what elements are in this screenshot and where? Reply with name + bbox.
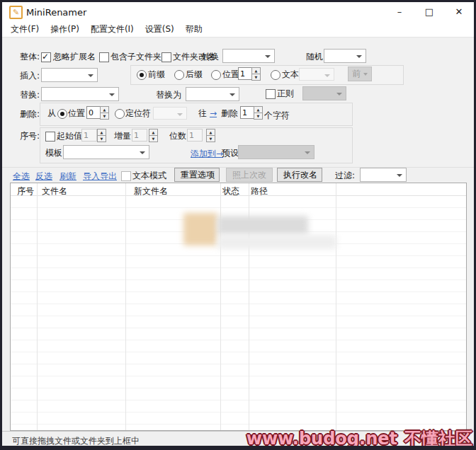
spin-down-icon[interactable]: ▼ xyxy=(254,112,263,120)
delete-position-input[interactable] xyxy=(86,106,101,119)
text-radio[interactable] xyxy=(271,70,280,80)
spin-down-icon[interactable]: ▼ xyxy=(149,135,158,142)
close-button[interactable]: ✕ xyxy=(444,2,474,21)
spin-down-icon[interactable]: ▼ xyxy=(206,135,215,142)
front-back-button: 前 xyxy=(348,67,372,81)
anchor-select xyxy=(153,107,187,120)
reset-options-button[interactable]: 重置选项 xyxy=(174,168,220,182)
menu-help[interactable]: 帮助 xyxy=(180,21,208,38)
convert-label: 转换 xyxy=(202,52,219,62)
execute-rename-button[interactable]: 执行改名 xyxy=(277,168,322,182)
direction-arrow-link[interactable]: → xyxy=(210,108,217,118)
spin-down-icon[interactable]: ▼ xyxy=(100,112,109,120)
delete-count-spinner[interactable]: ▲▼ xyxy=(254,106,263,119)
regex-checkbox[interactable] xyxy=(266,89,276,99)
front-back-label: 前 xyxy=(353,69,361,79)
spin-down-icon[interactable]: ▼ xyxy=(251,74,261,81)
position-label: 位置 xyxy=(222,69,239,79)
chevron-down-icon xyxy=(336,93,342,96)
table-header: 序号 文件名 新文件名 状态 路径 xyxy=(11,183,466,196)
chevron-down-icon xyxy=(363,73,368,76)
template-select[interactable] xyxy=(63,145,149,159)
replace-label: 替换: xyxy=(20,90,40,100)
chevron-down-icon xyxy=(177,113,183,116)
column-divider xyxy=(125,183,126,430)
suffix-label: 后缀 xyxy=(186,69,203,79)
delete-count-input[interactable] xyxy=(240,106,254,119)
window-content: ✎ MiniRenamer – □ ✕ 文件(F) 操作(P) 配置文件(I) … xyxy=(2,2,474,446)
regex-preset-select xyxy=(302,86,346,100)
filter-select[interactable] xyxy=(360,168,407,182)
random-select[interactable] xyxy=(324,49,366,63)
serial-digits-input[interactable] xyxy=(187,129,203,142)
delete-label: 删除: xyxy=(20,109,40,119)
minirenamer-window: ✎ MiniRenamer – □ ✕ 文件(F) 操作(P) 配置文件(I) … xyxy=(0,0,476,450)
chevron-down-icon xyxy=(397,174,402,177)
chevron-down-icon xyxy=(230,93,235,96)
chevron-down-icon xyxy=(356,55,362,58)
import-export-link[interactable]: 导入导出 xyxy=(83,171,117,183)
censored-watermark-logo xyxy=(183,213,217,246)
chevron-down-icon xyxy=(265,55,271,58)
censored-watermark-text xyxy=(217,216,308,235)
menu-settings[interactable]: 设置(S) xyxy=(140,21,180,38)
delete-count-label: 删除 xyxy=(221,108,238,118)
text-source-select xyxy=(299,68,334,81)
maximize-button[interactable]: □ xyxy=(414,2,444,21)
preset-select xyxy=(238,145,314,159)
include-subfolders-checkbox[interactable] xyxy=(99,52,109,62)
select-all-link[interactable]: 全选 xyxy=(13,171,30,183)
add-to-preset-link[interactable]: 添加到→ xyxy=(191,148,223,160)
file-table[interactable]: 序号 文件名 新文件名 状态 路径 xyxy=(10,183,467,431)
text-mode-label: 文本模式 xyxy=(132,171,166,180)
random-label: 随机 xyxy=(306,52,323,62)
ignore-extension-label: 忽略扩展名 xyxy=(53,52,96,62)
replace-search-select[interactable] xyxy=(41,87,119,101)
serial-increment-label: 增量 xyxy=(114,131,131,141)
ignore-extension-checkbox[interactable]: ✓ xyxy=(41,52,51,62)
serial-start-input[interactable] xyxy=(81,129,97,142)
anchor-radio[interactable] xyxy=(115,109,125,119)
menu-profile[interactable]: 配置文件(I) xyxy=(85,21,140,38)
prefix-radio[interactable] xyxy=(137,70,147,80)
position-radio[interactable] xyxy=(211,70,221,80)
preset-label: 预设 xyxy=(222,148,239,158)
delete-position-label: 位置 xyxy=(68,108,85,118)
insert-label: 插入: xyxy=(20,71,40,81)
site-watermark: www.budog.net不懂社区 xyxy=(246,427,472,446)
include-subfolders-label: 包含子文件夹 xyxy=(110,52,162,62)
serial-increment-input[interactable] xyxy=(132,129,147,142)
serial-start-spinner[interactable]: ▲▼ xyxy=(97,129,106,142)
toward-label: 往 xyxy=(198,108,207,118)
prefix-label: 前缀 xyxy=(148,69,165,79)
insert-position-input[interactable] xyxy=(238,67,252,80)
refresh-link[interactable]: 刷新 xyxy=(60,171,76,183)
insert-position-spinner[interactable]: ▲▼ xyxy=(251,67,261,80)
convert-select[interactable] xyxy=(222,49,275,63)
insert-text-select[interactable] xyxy=(41,68,98,82)
censored-watermark-text xyxy=(217,235,336,249)
filter-label: 过滤: xyxy=(335,171,355,180)
serial-increment-spinner[interactable]: ▲▼ xyxy=(149,129,158,142)
check-icon: ✓ xyxy=(42,52,49,62)
replace-with-select[interactable] xyxy=(186,87,239,101)
pencil-icon: ✎ xyxy=(9,6,23,19)
app-title: MiniRenamer xyxy=(26,7,86,18)
minimize-button[interactable]: – xyxy=(385,2,414,21)
suffix-radio[interactable] xyxy=(174,70,184,80)
delete-position-spinner[interactable]: ▲▼ xyxy=(100,106,109,119)
menu-operate[interactable]: 操作(P) xyxy=(45,21,85,38)
text-mode-checkbox[interactable] xyxy=(121,171,131,181)
drag-drop-hint: 可直接拖拽文件或文件夹到上框中 xyxy=(12,435,140,446)
invert-selection-link[interactable]: 反选 xyxy=(35,171,52,183)
column-divider xyxy=(336,183,336,430)
serial-digits-label: 位数 xyxy=(169,131,186,141)
delete-position-radio[interactable] xyxy=(57,109,67,119)
watermark-url: www.budog.net xyxy=(246,429,397,446)
rename-folders-checkbox[interactable] xyxy=(162,52,171,62)
spin-down-icon[interactable]: ▼ xyxy=(97,135,106,142)
menu-file[interactable]: 文件(F) xyxy=(5,21,45,38)
serial-start-checkbox[interactable] xyxy=(45,132,55,142)
titlebar: ✎ MiniRenamer – □ ✕ xyxy=(2,2,474,21)
serial-digits-spinner[interactable]: ▲▼ xyxy=(206,129,215,142)
